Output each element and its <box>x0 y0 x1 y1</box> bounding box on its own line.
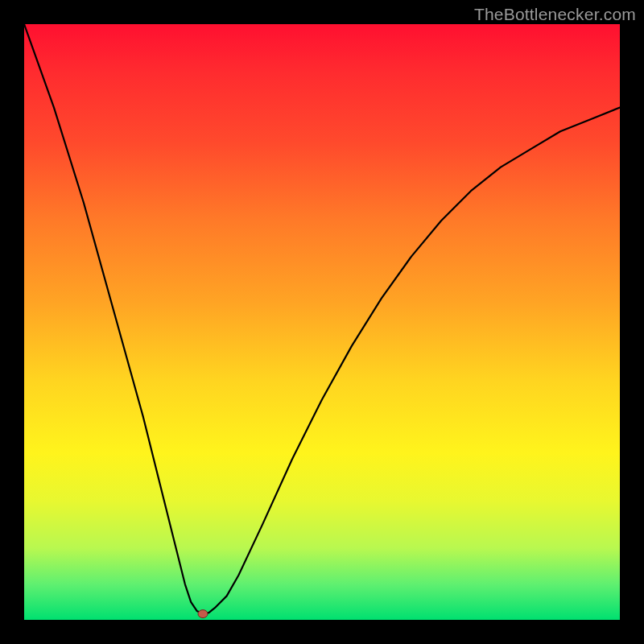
optimum-marker <box>198 610 208 618</box>
curve-svg <box>24 24 620 620</box>
bottleneck-curve <box>24 24 620 614</box>
watermark-text: TheBottlenecker.com <box>474 5 636 24</box>
chart-frame: TheBottlenecker.com <box>0 0 644 644</box>
plot-area <box>24 24 620 620</box>
